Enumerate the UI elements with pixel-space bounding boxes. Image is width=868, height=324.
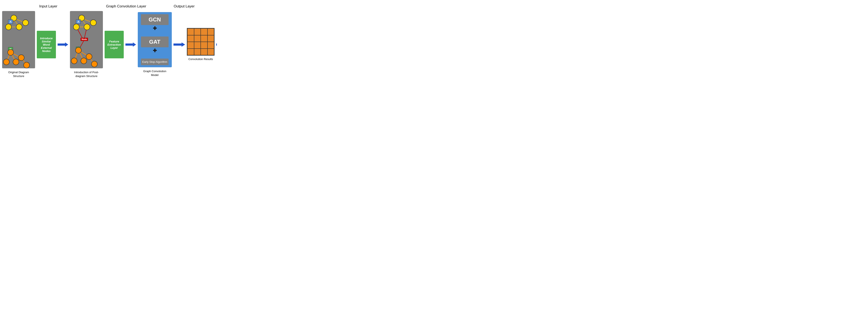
svg-marker-21 (174, 42, 185, 47)
gcn-label: GCN (141, 14, 168, 25)
introduce-similar-box: Introduce Similar Word External Nodes (37, 31, 56, 58)
orange-node-4 (18, 55, 25, 61)
gcn-gat-box: GCN ✚ GAT ✚ Early Stop Algorithm (138, 12, 172, 67)
arrow-2 (125, 41, 136, 48)
early-stop-box: Early Stop Algorithm (141, 59, 168, 65)
gat-label: GAT (141, 36, 168, 47)
yellow-node-3 (16, 24, 22, 30)
node-red-box: Node (81, 38, 88, 41)
convolution-grid (187, 28, 215, 56)
orange-node-p4 (86, 53, 92, 60)
orange-node-2 (3, 59, 9, 65)
yellow-node-2 (5, 24, 12, 30)
feature-extraction-box: Feature Extraction Layer (104, 31, 124, 58)
orange-node-p2 (71, 58, 78, 64)
output-layer-label: Output Layer (174, 4, 194, 8)
orange-node-3 (13, 59, 19, 65)
orange-node-5 (23, 62, 30, 68)
post-diagram-box: A Node B (70, 11, 103, 68)
yellow-node-p3 (84, 24, 90, 30)
yellow-node-p4 (90, 20, 96, 26)
a2-label-box: A (76, 20, 81, 24)
svg-marker-20 (125, 42, 136, 47)
conv-result-label: Convolution Results (187, 57, 215, 61)
original-diagram-box: A B (2, 11, 35, 68)
original-diagram-label: Original DiagramStructure (2, 70, 35, 78)
orange-node-p5 (91, 61, 98, 67)
orange-node-p3 (81, 58, 87, 64)
yellow-node-p2 (73, 24, 80, 30)
input-layer-label: Input Layer (39, 4, 57, 8)
arrow-4 (216, 41, 217, 48)
diagram-container: Input Layer Graph Convolution Layer Outp… (2, 4, 215, 78)
arrow-3 (174, 41, 185, 48)
orange-node-p1 (75, 47, 82, 53)
gat-cross-icon: ✚ (153, 48, 157, 53)
orange-node-1 (7, 49, 14, 56)
svg-marker-22 (216, 42, 217, 47)
post-diagram-label: Introduction of Post-diagram Structure (70, 70, 103, 78)
gcn-cross-icon: ✚ (153, 26, 157, 31)
arrow-1 (58, 41, 68, 48)
svg-marker-8 (58, 42, 68, 47)
gcm-label: Graph ConvolutionModel (138, 69, 172, 77)
yellow-node-4 (22, 20, 29, 26)
a-label-box: A (8, 20, 13, 24)
gcl-layer-label: Graph Convolution Layer (106, 4, 146, 8)
